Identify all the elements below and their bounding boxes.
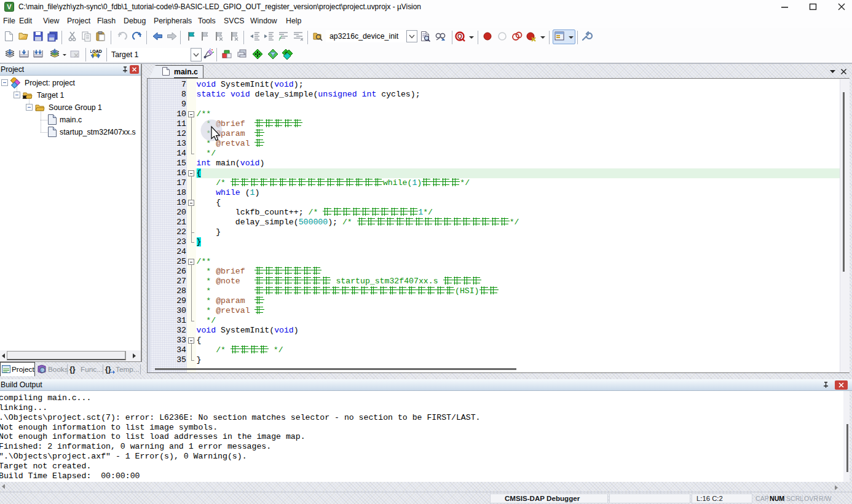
svg-text:LOAD: LOAD — [90, 49, 102, 53]
svg-text:V: V — [7, 3, 12, 10]
svg-text:Q: Q — [457, 33, 462, 40]
svg-text:?: ? — [41, 368, 44, 373]
